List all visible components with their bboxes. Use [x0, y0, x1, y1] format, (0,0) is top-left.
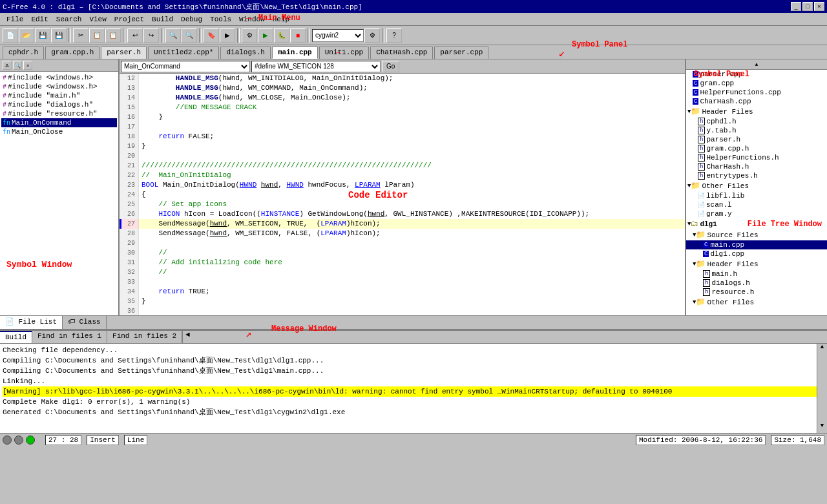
msg-tab-find1[interactable]: Find in files 1 — [32, 331, 107, 343]
tree-item[interactable]: # #include <windowsx.h> — [1, 82, 117, 91]
scroll-down[interactable]: ▼ — [817, 423, 827, 433]
run-button[interactable]: ▶ — [258, 28, 273, 43]
scroll-up[interactable]: ▲ — [817, 344, 827, 354]
ft-folder-other-files-1[interactable]: ▼ 📁 Other Files — [686, 180, 827, 191]
msg-v-scroll[interactable]: ▲ ▼ — [817, 344, 827, 433]
file-tree-tabs: 📄 File List 🏷 Class — [685, 315, 827, 330]
ft-node-parser-h[interactable]: h parser.h — [686, 135, 827, 144]
tb-sep-3 — [161, 28, 163, 43]
tab-gram[interactable]: gram.cpp.h — [45, 47, 99, 59]
ft-node-helper-cpp[interactable]: C HelperFunctions.cpp — [686, 88, 827, 97]
minimize-button[interactable]: _ — [791, 2, 801, 11]
menu-file[interactable]: File — [3, 14, 27, 25]
ft-node-cphdl-h[interactable]: h cphdl.h — [686, 117, 827, 126]
symbol-combo[interactable]: #define WM_SETICON 128 — [251, 61, 381, 72]
folder-icon: 🗂 — [691, 219, 698, 229]
save-button[interactable]: 💾 — [35, 28, 50, 43]
tree-item[interactable]: # #include "main.h" — [1, 91, 117, 100]
symbol-tree: # #include <windows.h> # #include <windo… — [0, 72, 118, 138]
ft-folder-header-files-2[interactable]: ▼ 📁 Header Files — [686, 258, 827, 269]
toolbar: 📄 📂 💾 💾 ✂ 📋 📋 ↩ ↪ 🔍 🔍 🔖 ▶ ⚙ ▶ 🐛 ■ cygwin… — [0, 26, 827, 45]
ft-node-parser-cpp[interactable]: C parser.cpp — [686, 70, 827, 79]
symbol-filter-button[interactable]: 🔍 — [13, 61, 22, 70]
ft-node-ytab-h[interactable]: h y.tab.h — [686, 126, 827, 135]
ft-node-resource-h[interactable]: h resource.h — [686, 288, 827, 297]
compiler-select[interactable]: cygwin2 — [312, 29, 364, 42]
tab-parser[interactable]: parser.h — [101, 47, 147, 59]
ft-node-gram-y[interactable]: 📄 gram.y — [686, 209, 827, 218]
ft-folder-source-files[interactable]: ▼ 📁 Source Files — [686, 229, 827, 240]
ft-node-entrytypes-h[interactable]: h entrytypes.h — [686, 171, 827, 180]
menu-debug[interactable]: Debug — [177, 14, 206, 25]
ft-folder-other-files-2[interactable]: ▼ 📁 Other Files — [686, 297, 827, 308]
menu-project[interactable]: Project — [110, 14, 148, 25]
symbol-sort-button[interactable]: A — [3, 61, 12, 70]
stop-button[interactable]: ■ — [290, 28, 306, 43]
tree-item[interactable]: # #include <windows.h> — [1, 73, 117, 82]
h-icon: h — [698, 136, 705, 143]
ft-node-dlg1-project[interactable]: ▼ 🗂 dlg1 — [686, 218, 827, 229]
tab-chathash[interactable]: ChatHash.cpp — [370, 47, 433, 59]
ft-node-gram-h[interactable]: h gram.cpp.h — [686, 144, 827, 153]
l-icon: 📄 — [698, 202, 705, 209]
tree-scroll-up[interactable]: ▲ — [686, 59, 827, 70]
symbol-close-button[interactable]: × — [23, 61, 32, 70]
function-combo[interactable]: Main_OnCommand — [121, 61, 250, 72]
maximize-button[interactable]: □ — [802, 2, 813, 11]
tree-item-main-onclose[interactable]: fn Main_OnClose — [1, 127, 117, 136]
bookmarknext-button[interactable]: ▶ — [220, 28, 235, 43]
ft-node-main-h[interactable]: h main.h — [686, 269, 827, 278]
compiler-config-button[interactable]: ⚙ — [364, 28, 380, 43]
ft-node-charhash-h[interactable]: h CharHash.h — [686, 162, 827, 171]
redo-button[interactable]: ↪ — [143, 28, 159, 43]
help-button[interactable]: ? — [386, 28, 402, 43]
tab-parser-cpp[interactable]: parser.cpp — [434, 47, 488, 59]
menu-tools[interactable]: Tools — [206, 14, 235, 25]
menu-view[interactable]: View — [85, 14, 110, 25]
save-all-button[interactable]: 💾 — [51, 28, 67, 43]
undo-button[interactable]: ↩ — [127, 28, 143, 43]
ft-node-gram-cpp[interactable]: C gram.cpp — [686, 79, 827, 88]
build-button[interactable]: ⚙ — [242, 28, 257, 43]
tree-item[interactable]: # #include "dialogs.h" — [1, 100, 117, 109]
ft-node-charhash-cpp[interactable]: C CharHash.cpp — [686, 97, 827, 106]
cpp-icon: C — [703, 242, 709, 248]
bookmark-button[interactable]: 🔖 — [204, 28, 219, 43]
new-button[interactable]: 📄 — [3, 28, 18, 43]
tab-cphdr[interactable]: cphdr.h — [3, 47, 44, 59]
menu-build[interactable]: Build — [148, 14, 177, 25]
ft-node-scan-l[interactable]: 📄 scan.l — [686, 200, 827, 209]
ft-node-libfl[interactable]: 📄 libfl.lib — [686, 191, 827, 200]
find-button[interactable]: 🔍 — [165, 28, 181, 43]
msg-tab-find2[interactable]: Find in files 2 — [107, 331, 182, 343]
tree-item[interactable]: # #include "resource.h" — [1, 109, 117, 118]
msg-tab-build[interactable]: Build — [0, 331, 32, 343]
menu-search[interactable]: Search — [52, 14, 86, 25]
msg-line: Checking file dependency... — [3, 345, 824, 355]
msg-line: Compiling C:\Documents and Settings\funi… — [3, 366, 824, 376]
tab-main-cpp[interactable]: main.cpp — [272, 47, 318, 59]
msg-tab-scroll[interactable]: ◄ — [182, 331, 193, 343]
paste-button[interactable]: 📋 — [105, 28, 121, 43]
ft-node-dialogs-h[interactable]: h dialogs.h — [686, 278, 827, 288]
tab-untitled2[interactable]: Untitled2.cpp* — [148, 47, 219, 59]
go-button[interactable]: Go — [382, 61, 399, 72]
tab-dialogs[interactable]: dialogs.h — [220, 47, 270, 59]
hash-icon: # — [3, 101, 6, 109]
findreplace-button[interactable]: 🔍 — [182, 28, 197, 43]
cpp-icon: C — [693, 71, 698, 78]
ft-node-main-cpp[interactable]: C main.cpp — [686, 240, 827, 249]
cut-button[interactable]: ✂ — [73, 28, 89, 43]
ft-node-helperfn-h[interactable]: h HelperFunctions.h — [686, 153, 827, 162]
code-line: 26 HICON hIcon = LoadIcon((HINSTANCE) Ge… — [120, 209, 685, 219]
copy-button[interactable]: 📋 — [89, 28, 105, 43]
tree-item-main-oncommand[interactable]: fn Main_OnCommand — [1, 118, 117, 127]
tab-unit1[interactable]: Unit1.cpp — [319, 47, 369, 59]
ft-node-dlg1-cpp[interactable]: C dlg1.cpp — [686, 249, 827, 258]
close-button[interactable]: × — [814, 2, 824, 11]
debug-button[interactable]: 🐛 — [274, 28, 289, 43]
ft-folder-header-files[interactable]: ▼ 📁 Header Files — [686, 106, 827, 117]
tb-sep-5 — [237, 28, 240, 43]
menu-edit[interactable]: Edit — [27, 14, 52, 25]
open-button[interactable]: 📂 — [19, 28, 34, 43]
